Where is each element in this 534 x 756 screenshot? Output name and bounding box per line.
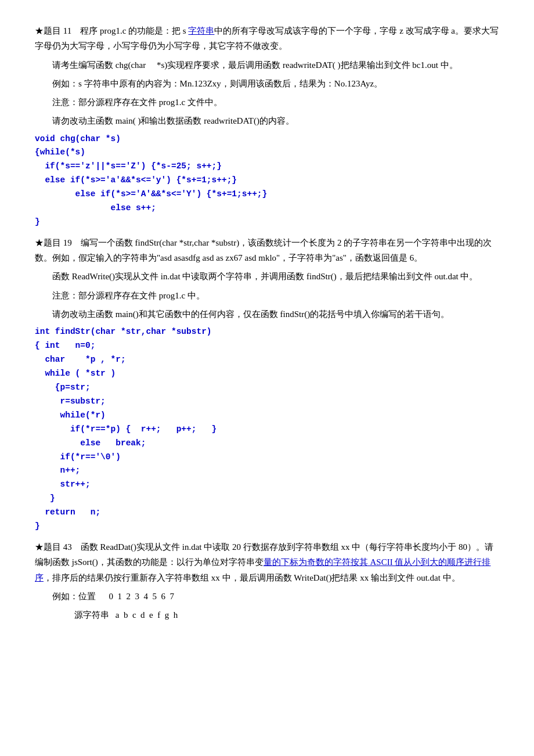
- q19-code-line2: { int n=0;: [35, 339, 499, 353]
- q11-code-line2: {while(*s): [35, 146, 499, 160]
- q19-code-line1: int findStr(char *str,char *substr): [35, 325, 499, 339]
- q19-code-line9: else break;: [35, 437, 499, 451]
- q19-code-line11: n++;: [35, 464, 499, 478]
- q19-code-line6: r=substr;: [35, 395, 499, 409]
- q11-link-chars: 字符串: [188, 26, 214, 35]
- q19-code-line4: while ( *str ): [35, 367, 499, 381]
- q43-underline-text: 量的下标为奇数的字符按其 ASCII 值从小到大的顺序进行排序: [35, 557, 490, 582]
- q19-para2: 注意：部分源程序存在文件 prog1.c 中。: [35, 288, 499, 303]
- q19-code-line5: {p=str;: [35, 381, 499, 395]
- q11-para4: 请勿改动主函数 main( )和输出数据函数 readwriteDAT()的内容…: [35, 113, 499, 128]
- section-q11: ★题目 11 程序 prog1.c 的功能是：把 s 字符串中的所有字母改写成该…: [35, 23, 499, 229]
- page-container: ★题目 11 程序 prog1.c 的功能是：把 s 字符串中的所有字母改写成该…: [35, 23, 499, 622]
- q11-code-line1: void chg(char *s): [35, 132, 499, 146]
- q19-code-line12: str++;: [35, 478, 499, 492]
- q11-star: ★题目 11: [35, 26, 71, 35]
- q43-title: ★题目 43 函数 ReadDat()实现从文件 in.dat 中读取 20 行…: [35, 539, 499, 585]
- q11-code-line6: else s++;: [35, 201, 499, 215]
- q11-code-line4: else if(*s>='a'&&*s<='y') {*s+=1;s++;}: [35, 174, 499, 188]
- q19-code-line10: if(*r=='\0'): [35, 451, 499, 465]
- q11-code-line3: if(*s=='z'||*s=='Z') {*s-=25; s++;}: [35, 160, 499, 174]
- q11-para1: 请考生编写函数 chg(char *s)实现程序要求，最后调用函数 readwr…: [35, 57, 499, 73]
- q19-code-line14: return n;: [35, 506, 499, 520]
- q11-code-line7: }: [35, 215, 499, 229]
- section-q19: ★题目 19 编写一个函数 findStr(char *str,char *su…: [35, 235, 499, 534]
- q19-code-line7: while(*r): [35, 409, 499, 423]
- q11-code: void chg(char *s) {while(*s) if(*s=='z'|…: [35, 132, 499, 229]
- q19-code-line3: char *p , *r;: [35, 353, 499, 367]
- q19-code-line15: }: [35, 520, 499, 534]
- q19-para1: 函数 ReadWrite()实现从文件 in.dat 中读取两个字符串，并调用函…: [35, 269, 499, 284]
- q43-example-line1: 例如：位置 0 1 2 3 4 5 6 7: [35, 589, 499, 604]
- q11-para2: 例如：s 字符串中原有的内容为：Mn.123Zxy，则调用该函数后，结果为：No…: [35, 76, 499, 91]
- section-q43: ★题目 43 函数 ReadDat()实现从文件 in.dat 中读取 20 行…: [35, 539, 499, 622]
- q11-code-line5: else if(*s>='A'&&*s<='Y') {*s+=1;s++;}: [35, 188, 499, 201]
- q19-code-line13: }: [35, 492, 499, 506]
- q19-code-line8: if(*r==*p) { r++; p++; }: [35, 423, 499, 437]
- q43-star: ★题目 43: [35, 542, 72, 552]
- q43-example-line2: 源字符串 a b c d e f g h: [35, 607, 499, 622]
- q19-code: int findStr(char *str,char *substr) { in…: [35, 325, 499, 534]
- q19-title: ★题目 19 编写一个函数 findStr(char *str,char *su…: [35, 235, 499, 266]
- q19-star: ★题目 19: [35, 238, 72, 247]
- q11-title-line1: ★题目 11 程序 prog1.c 的功能是：把 s 字符串中的所有字母改写成该…: [35, 23, 499, 54]
- q11-para3: 注意：部分源程序存在文件 prog1.c 文件中。: [35, 95, 499, 110]
- q19-para3: 请勿改动主函数 main()和其它函数中的任何内容，仅在函数 findStr()…: [35, 307, 499, 322]
